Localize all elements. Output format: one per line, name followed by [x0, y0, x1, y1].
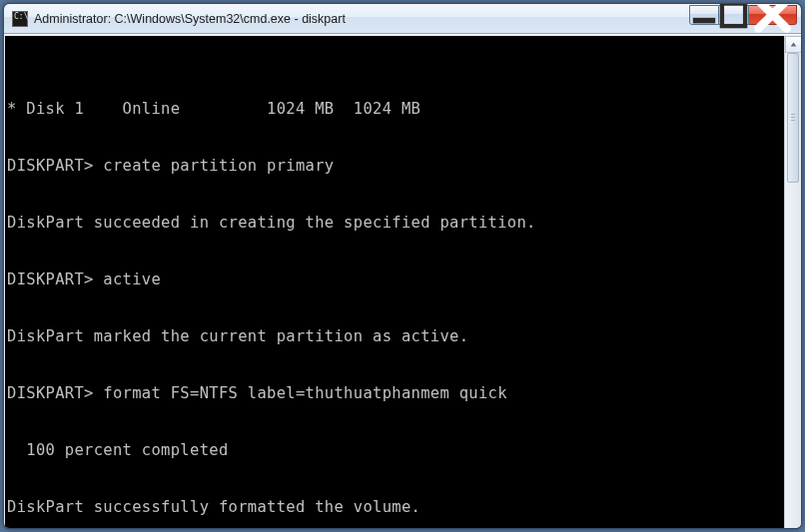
console-line: DISKPART> create partition primary	[7, 152, 780, 181]
client-area: * Disk 1 Online 1024 MB 1024 MBDISKPART>…	[4, 34, 801, 529]
console-line	[7, 294, 780, 323]
console-line	[7, 181, 780, 210]
vscroll-thumb[interactable]	[787, 53, 799, 183]
close-button[interactable]	[749, 5, 797, 25]
svg-rect-1	[722, 3, 745, 26]
titlebar[interactable]: Administrator: C:\Windows\System32\cmd.e…	[4, 4, 801, 34]
console-line	[7, 238, 780, 266]
maximize-button[interactable]	[719, 5, 749, 25]
console-line: * Disk 1 Online 1024 MB 1024 MB	[7, 95, 780, 124]
window-title: Administrator: C:\Windows\System32\cmd.e…	[34, 12, 689, 26]
window-controls	[689, 5, 797, 25]
console-line	[7, 465, 780, 494]
console-line: DiskPart marked the current partition as…	[7, 322, 780, 351]
console-line	[7, 408, 780, 437]
console-line: DISKPART> format FS=NTFS label=thuthuatp…	[7, 379, 780, 408]
console-output[interactable]: * Disk 1 Online 1024 MB 1024 MBDISKPART>…	[5, 36, 784, 529]
cmd-icon	[12, 11, 28, 27]
scroll-up-button[interactable]	[785, 36, 802, 53]
console-line: DiskPart successfully formatted the volu…	[7, 493, 780, 522]
console-window: Administrator: C:\Windows\System32\cmd.e…	[3, 3, 802, 529]
console-line: 100 percent completed	[7, 436, 780, 465]
svg-rect-0	[693, 17, 715, 23]
console-line	[7, 351, 780, 380]
console-line: DISKPART> active	[7, 266, 780, 294]
minimize-button[interactable]	[689, 5, 719, 25]
console-line	[7, 124, 780, 153]
console-line	[7, 522, 780, 530]
vscroll-track[interactable]	[785, 53, 801, 529]
console-line: DiskPart succeeded in creating the speci…	[7, 209, 780, 238]
vertical-scrollbar[interactable]	[784, 36, 801, 529]
